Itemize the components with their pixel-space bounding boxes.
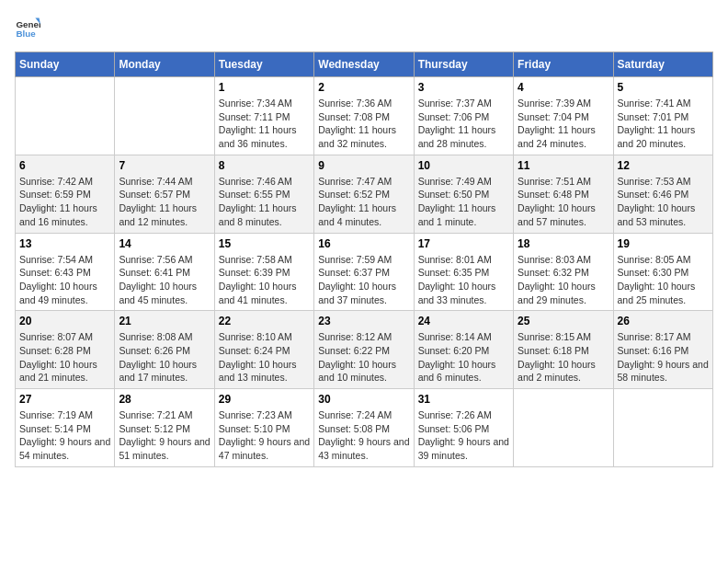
calendar-cell: 17Sunrise: 8:01 AM Sunset: 6:35 PM Dayli… [414, 233, 513, 311]
calendar-cell: 28Sunrise: 7:21 AM Sunset: 5:12 PM Dayli… [115, 389, 214, 467]
day-header-sunday: Sunday [16, 52, 115, 77]
day-info: Sunrise: 8:15 AM Sunset: 6:18 PM Dayligh… [518, 330, 609, 385]
calendar-cell: 16Sunrise: 7:59 AM Sunset: 6:37 PM Dayli… [314, 233, 414, 311]
day-number: 17 [418, 237, 509, 250]
day-number: 26 [618, 315, 709, 327]
day-info: Sunrise: 8:05 AM Sunset: 6:30 PM Dayligh… [618, 253, 709, 307]
calendar-cell [115, 77, 214, 155]
day-header-tuesday: Tuesday [214, 52, 313, 77]
calendar-cell: 6Sunrise: 7:42 AM Sunset: 6:59 PM Daylig… [16, 155, 115, 233]
day-number: 8 [219, 159, 310, 172]
day-info: Sunrise: 7:44 AM Sunset: 6:57 PM Dayligh… [119, 175, 210, 229]
day-info: Sunrise: 7:42 AM Sunset: 6:59 PM Dayligh… [19, 175, 110, 229]
day-info: Sunrise: 7:23 AM Sunset: 5:10 PM Dayligh… [219, 408, 310, 463]
calendar-cell: 10Sunrise: 7:49 AM Sunset: 6:50 PM Dayli… [414, 155, 513, 233]
day-number: 2 [318, 81, 409, 94]
day-number: 25 [518, 315, 609, 327]
svg-text:Blue: Blue [16, 29, 36, 39]
day-info: Sunrise: 8:12 AM Sunset: 6:22 PM Dayligh… [318, 330, 409, 385]
day-info: Sunrise: 8:07 AM Sunset: 6:28 PM Dayligh… [19, 330, 110, 385]
day-info: Sunrise: 7:41 AM Sunset: 7:01 PM Dayligh… [618, 97, 709, 151]
day-number: 21 [119, 315, 210, 327]
day-number: 1 [219, 81, 310, 94]
day-info: Sunrise: 7:21 AM Sunset: 5:12 PM Dayligh… [119, 408, 210, 463]
day-info: Sunrise: 8:01 AM Sunset: 6:35 PM Dayligh… [418, 253, 509, 307]
calendar-cell [514, 389, 613, 467]
day-header-monday: Monday [115, 52, 214, 77]
day-number: 23 [318, 315, 409, 327]
day-info: Sunrise: 7:37 AM Sunset: 7:06 PM Dayligh… [418, 97, 509, 151]
day-number: 15 [219, 237, 310, 250]
calendar-cell: 27Sunrise: 7:19 AM Sunset: 5:14 PM Dayli… [16, 389, 115, 467]
day-info: Sunrise: 8:17 AM Sunset: 6:16 PM Dayligh… [618, 330, 709, 385]
day-number: 10 [418, 159, 509, 172]
day-info: Sunrise: 7:46 AM Sunset: 6:55 PM Dayligh… [219, 175, 310, 229]
day-number: 29 [219, 393, 310, 406]
day-number: 31 [418, 393, 509, 406]
day-number: 18 [518, 237, 609, 250]
day-info: Sunrise: 7:53 AM Sunset: 6:46 PM Dayligh… [618, 175, 709, 229]
day-number: 12 [618, 159, 709, 172]
calendar-cell: 11Sunrise: 7:51 AM Sunset: 6:48 PM Dayli… [514, 155, 613, 233]
calendar-cell: 21Sunrise: 8:08 AM Sunset: 6:26 PM Dayli… [115, 311, 214, 389]
day-info: Sunrise: 7:47 AM Sunset: 6:52 PM Dayligh… [318, 175, 409, 229]
day-number: 22 [219, 315, 310, 327]
calendar-cell: 14Sunrise: 7:56 AM Sunset: 6:41 PM Dayli… [115, 233, 214, 311]
day-info: Sunrise: 7:51 AM Sunset: 6:48 PM Dayligh… [518, 175, 609, 229]
header: General Blue [15, 15, 713, 40]
day-number: 11 [518, 159, 609, 172]
day-info: Sunrise: 7:59 AM Sunset: 6:37 PM Dayligh… [318, 253, 409, 307]
calendar-cell: 18Sunrise: 8:03 AM Sunset: 6:32 PM Dayli… [514, 233, 613, 311]
day-info: Sunrise: 7:36 AM Sunset: 7:08 PM Dayligh… [318, 97, 409, 151]
day-info: Sunrise: 7:58 AM Sunset: 6:39 PM Dayligh… [219, 253, 310, 307]
day-header-thursday: Thursday [414, 52, 513, 77]
calendar-cell: 22Sunrise: 8:10 AM Sunset: 6:24 PM Dayli… [214, 311, 313, 389]
day-number: 30 [318, 393, 409, 406]
calendar-cell: 25Sunrise: 8:15 AM Sunset: 6:18 PM Dayli… [514, 311, 613, 389]
calendar-cell: 5Sunrise: 7:41 AM Sunset: 7:01 PM Daylig… [613, 77, 712, 155]
calendar-cell [613, 389, 712, 467]
day-number: 7 [119, 159, 210, 172]
calendar-cell: 29Sunrise: 7:23 AM Sunset: 5:10 PM Dayli… [214, 389, 313, 467]
calendar-cell: 26Sunrise: 8:17 AM Sunset: 6:16 PM Dayli… [613, 311, 712, 389]
day-number: 3 [418, 81, 509, 94]
day-info: Sunrise: 7:39 AM Sunset: 7:04 PM Dayligh… [518, 97, 609, 151]
calendar-cell: 20Sunrise: 8:07 AM Sunset: 6:28 PM Dayli… [16, 311, 115, 389]
calendar-cell: 30Sunrise: 7:24 AM Sunset: 5:08 PM Dayli… [314, 389, 414, 467]
calendar-cell: 31Sunrise: 7:26 AM Sunset: 5:06 PM Dayli… [414, 389, 513, 467]
day-number: 5 [618, 81, 709, 94]
day-info: Sunrise: 8:14 AM Sunset: 6:20 PM Dayligh… [418, 330, 509, 385]
calendar-cell: 9Sunrise: 7:47 AM Sunset: 6:52 PM Daylig… [314, 155, 414, 233]
day-number: 13 [19, 237, 110, 250]
calendar-cell: 24Sunrise: 8:14 AM Sunset: 6:20 PM Dayli… [414, 311, 513, 389]
day-header-saturday: Saturday [613, 52, 712, 77]
logo: General Blue [15, 15, 44, 40]
calendar-cell: 2Sunrise: 7:36 AM Sunset: 7:08 PM Daylig… [314, 77, 414, 155]
calendar-cell: 4Sunrise: 7:39 AM Sunset: 7:04 PM Daylig… [514, 77, 613, 155]
day-info: Sunrise: 8:10 AM Sunset: 6:24 PM Dayligh… [219, 330, 310, 385]
day-info: Sunrise: 7:19 AM Sunset: 5:14 PM Dayligh… [19, 408, 110, 463]
calendar-cell: 23Sunrise: 8:12 AM Sunset: 6:22 PM Dayli… [314, 311, 414, 389]
day-number: 28 [119, 393, 210, 406]
calendar-cell: 8Sunrise: 7:46 AM Sunset: 6:55 PM Daylig… [214, 155, 313, 233]
day-info: Sunrise: 7:34 AM Sunset: 7:11 PM Dayligh… [219, 97, 310, 151]
calendar-cell: 12Sunrise: 7:53 AM Sunset: 6:46 PM Dayli… [613, 155, 712, 233]
calendar-cell: 1Sunrise: 7:34 AM Sunset: 7:11 PM Daylig… [214, 77, 313, 155]
calendar-cell [16, 77, 115, 155]
day-number: 20 [19, 315, 110, 327]
day-number: 9 [318, 159, 409, 172]
day-number: 19 [618, 237, 709, 250]
calendar-cell: 15Sunrise: 7:58 AM Sunset: 6:39 PM Dayli… [214, 233, 313, 311]
day-header-friday: Friday [514, 52, 613, 77]
day-info: Sunrise: 7:24 AM Sunset: 5:08 PM Dayligh… [318, 408, 409, 463]
calendar-cell: 19Sunrise: 8:05 AM Sunset: 6:30 PM Dayli… [613, 233, 712, 311]
calendar-table: SundayMondayTuesdayWednesdayThursdayFrid… [15, 52, 713, 467]
day-number: 16 [318, 237, 409, 250]
day-number: 24 [418, 315, 509, 327]
day-info: Sunrise: 7:49 AM Sunset: 6:50 PM Dayligh… [418, 175, 509, 229]
calendar-cell: 3Sunrise: 7:37 AM Sunset: 7:06 PM Daylig… [414, 77, 513, 155]
day-number: 6 [19, 159, 110, 172]
day-header-wednesday: Wednesday [314, 52, 414, 77]
day-number: 4 [518, 81, 609, 94]
day-number: 27 [19, 393, 110, 406]
